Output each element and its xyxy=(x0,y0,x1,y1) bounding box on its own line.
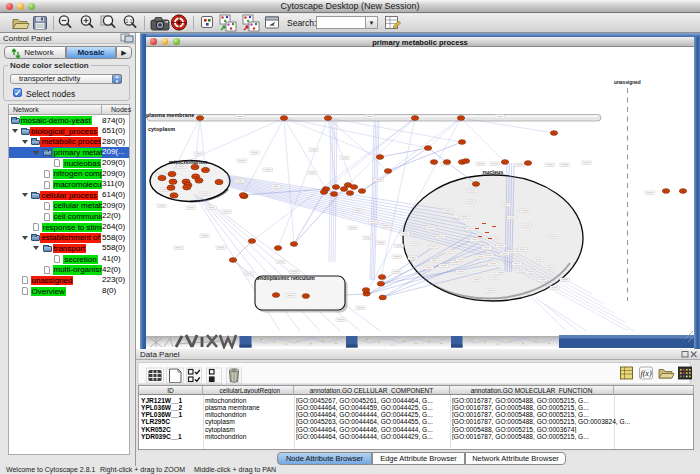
svg-text:plasma membrane: plasma membrane xyxy=(146,112,194,118)
svg-text:nucleus: nucleus xyxy=(483,169,504,175)
svg-text:endoplasmic reticulum: endoplasmic reticulum xyxy=(257,275,315,281)
svg-text:1:1: 1:1 xyxy=(126,18,133,24)
svg-text:mitochondrion: mitochondrion xyxy=(169,159,208,165)
svg-text:cytoplasm: cytoplasm xyxy=(148,126,175,132)
svg-text:f(x): f(x) xyxy=(640,369,651,378)
svg-text:unassigned: unassigned xyxy=(614,80,641,85)
